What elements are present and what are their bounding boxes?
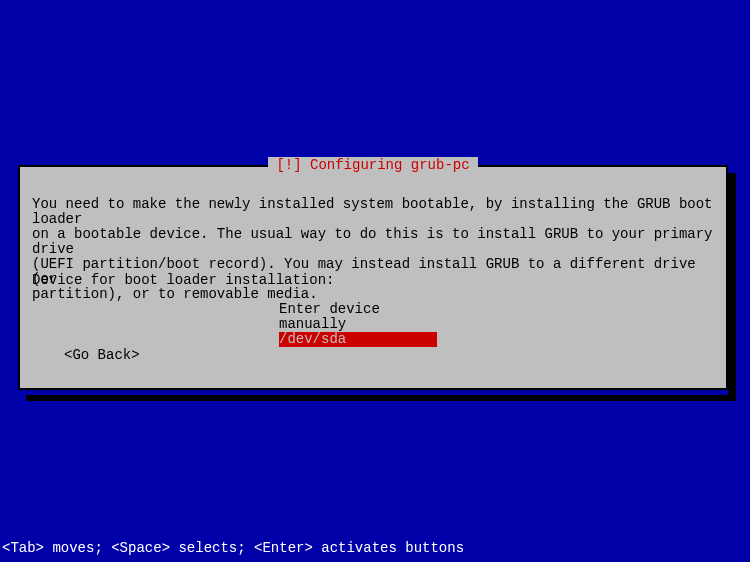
configure-grub-dialog: [!] Configuring grub-pc You need to make…: [18, 165, 728, 390]
dialog-title-wrapper: [!] Configuring grub-pc: [20, 157, 726, 173]
option-dev-sda[interactable]: /dev/sda: [279, 332, 437, 347]
option-enter-device-manually[interactable]: Enter device manually: [279, 302, 437, 332]
go-back-button[interactable]: <Go Back>: [64, 347, 140, 363]
dialog-shadow-bottom: [26, 395, 736, 401]
dialog-prompt: Device for boot loader installation:: [32, 272, 334, 288]
dialog-shadow-right: [728, 173, 736, 401]
dialog-title: [!] Configuring grub-pc: [268, 157, 477, 173]
device-options-list: Enter device manually /dev/sda: [279, 302, 437, 347]
keyboard-hints: <Tab> moves; <Space> selects; <Enter> ac…: [2, 540, 464, 556]
